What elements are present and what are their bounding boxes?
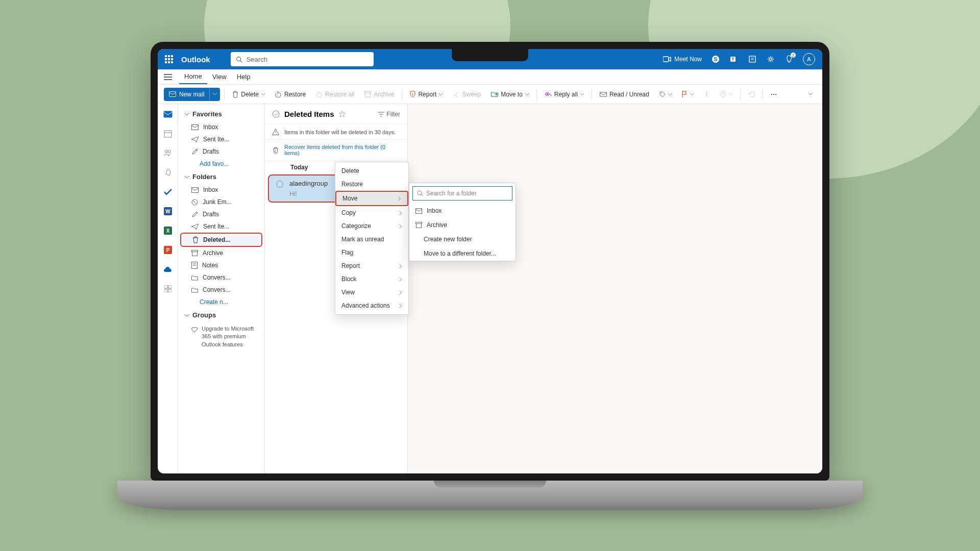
- tag-button[interactable]: [656, 88, 675, 101]
- send-icon: [191, 136, 199, 142]
- svg-line-53: [421, 194, 423, 196]
- svg-point-46: [273, 111, 279, 117]
- meet-now-button[interactable]: Meet Now: [663, 56, 702, 63]
- groups-section[interactable]: Groups: [178, 308, 264, 322]
- flag-icon: [682, 91, 688, 97]
- calendar-app-icon[interactable]: [162, 128, 174, 140]
- sub-archive[interactable]: Archive: [409, 218, 516, 232]
- delete-button[interactable]: Delete: [229, 88, 268, 101]
- search-icon: [236, 56, 242, 63]
- sub-create-folder[interactable]: Create new folder: [409, 232, 516, 246]
- tab-view[interactable]: View: [207, 69, 232, 84]
- folder-icon: [191, 275, 198, 281]
- read-unread-button[interactable]: Read / Unread: [596, 88, 653, 101]
- recover-link[interactable]: Recover items deleted from this folder (…: [265, 140, 407, 161]
- folder-inbox[interactable]: Inbox: [178, 184, 264, 196]
- folder-search-input[interactable]: Search for a folder: [412, 186, 512, 201]
- settings-icon[interactable]: [766, 55, 775, 64]
- hamburger-icon[interactable]: [164, 74, 172, 80]
- report-button[interactable]: Report: [406, 88, 446, 101]
- todo-app-icon[interactable]: [162, 186, 174, 198]
- retention-notice: Items in this folder will be deleted in …: [265, 124, 407, 140]
- folder-archive[interactable]: Archive: [178, 247, 264, 259]
- app-launcher-icon[interactable]: [165, 55, 173, 63]
- tag-icon: [659, 91, 666, 97]
- more-button[interactable]: ···: [767, 88, 781, 101]
- cm-view[interactable]: View: [335, 286, 408, 299]
- star-icon[interactable]: [339, 111, 346, 117]
- restore-all-button[interactable]: Restore all: [312, 88, 358, 101]
- folder-drafts[interactable]: Drafts: [178, 208, 264, 220]
- archive-button[interactable]: Archive: [361, 88, 398, 101]
- filter-button[interactable]: Filter: [378, 111, 400, 118]
- add-favorite-link[interactable]: Add favo...: [178, 158, 264, 170]
- snooze-button[interactable]: [716, 88, 736, 101]
- new-mail-button[interactable]: New mail: [164, 88, 220, 101]
- upgrade-notice[interactable]: Upgrade to Microsoft 365 with premium Ou…: [178, 322, 264, 352]
- sub-inbox[interactable]: Inbox: [409, 204, 516, 218]
- restore-button[interactable]: Restore: [272, 88, 309, 101]
- favorites-section[interactable]: Favorites: [178, 107, 264, 121]
- folder-convers2[interactable]: Convers...: [178, 284, 264, 296]
- cm-advanced[interactable]: Advanced actions: [335, 299, 408, 312]
- move-to-button[interactable]: Move to: [487, 88, 532, 101]
- files-app-icon[interactable]: [162, 166, 174, 179]
- cm-block[interactable]: Block: [335, 272, 408, 286]
- search-input[interactable]: Search: [231, 52, 374, 66]
- tabs-row: Home View Help: [158, 69, 822, 85]
- lightbulb-icon[interactable]: 2: [785, 55, 794, 64]
- mail-app-icon[interactable]: [162, 108, 174, 120]
- folder-notes[interactable]: Notes: [178, 259, 264, 271]
- folders-section[interactable]: Folders: [178, 170, 264, 184]
- folder-junk[interactable]: Junk Em...: [178, 196, 264, 208]
- folder-sent[interactable]: Sent Ite...: [178, 220, 264, 233]
- create-folder-link[interactable]: Create n...: [178, 296, 264, 308]
- excel-app-icon[interactable]: X: [162, 224, 174, 237]
- notes-icon[interactable]: [748, 55, 757, 64]
- fav-sent[interactable]: Sent Ite...: [178, 133, 264, 145]
- laptop-base: [117, 481, 863, 510]
- undo-button[interactable]: [745, 88, 758, 101]
- more-apps-icon[interactable]: [162, 283, 174, 295]
- cm-move[interactable]: Move: [335, 191, 408, 206]
- sweep-button[interactable]: Sweep: [449, 88, 484, 101]
- cm-restore[interactable]: Restore: [335, 178, 408, 191]
- sub-move-different[interactable]: Move to a different folder...: [409, 246, 516, 261]
- flag-button[interactable]: [678, 88, 697, 101]
- junk-icon: [191, 199, 198, 206]
- tab-home[interactable]: Home: [179, 69, 207, 84]
- folder-deleted[interactable]: Deleted...: [180, 233, 262, 247]
- powerpoint-app-icon[interactable]: P: [162, 244, 174, 256]
- svg-point-10: [770, 58, 772, 61]
- reply-all-button[interactable]: Reply all: [541, 88, 587, 101]
- word-app-icon[interactable]: W: [162, 205, 174, 217]
- cm-report[interactable]: Report: [335, 259, 408, 272]
- cm-copy[interactable]: Copy: [335, 206, 408, 219]
- chevron-down-icon: [184, 112, 189, 117]
- fav-drafts[interactable]: Drafts: [178, 145, 264, 158]
- ribbon-collapse[interactable]: [805, 88, 816, 101]
- message-sender: alaedingroup: [289, 180, 328, 187]
- svg-point-25: [165, 151, 167, 153]
- message-preview: Hi!: [289, 190, 328, 197]
- people-app-icon[interactable]: [162, 147, 174, 159]
- teams-icon[interactable]: T: [729, 55, 739, 64]
- select-checkbox[interactable]: [276, 181, 283, 188]
- cm-mark-unread[interactable]: Mark as unread: [335, 233, 408, 246]
- svg-text:X: X: [166, 228, 169, 234]
- select-all-icon[interactable]: [272, 110, 280, 118]
- onedrive-app-icon[interactable]: [162, 263, 174, 276]
- fav-inbox[interactable]: Inbox: [178, 121, 264, 133]
- folder-title: Deleted Items: [284, 110, 334, 118]
- folder-convers1[interactable]: Convers...: [178, 271, 264, 284]
- tab-help[interactable]: Help: [232, 69, 256, 84]
- skype-icon[interactable]: S: [711, 55, 720, 64]
- new-mail-dropdown[interactable]: [209, 88, 220, 101]
- pin-button[interactable]: [700, 88, 713, 101]
- cm-flag[interactable]: Flag: [335, 246, 408, 259]
- user-avatar[interactable]: A: [803, 53, 815, 65]
- cm-categorize[interactable]: Categorize: [335, 219, 408, 233]
- cm-delete[interactable]: Delete: [335, 164, 408, 178]
- archive-icon: [364, 91, 371, 97]
- filter-icon: [378, 112, 384, 117]
